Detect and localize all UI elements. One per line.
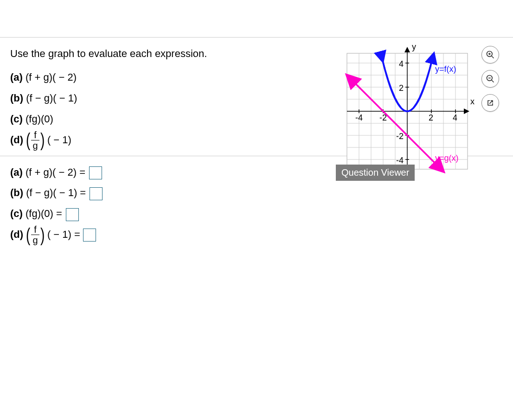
question-viewer-button[interactable]: Question Viewer <box>336 165 415 181</box>
popout-icon <box>486 98 495 108</box>
part-b-expr: (f − g)( − 1) <box>26 92 77 104</box>
answer-a-input[interactable] <box>89 166 102 179</box>
answer-d: (d) ( f g ) ( − 1) = <box>10 225 308 245</box>
answer-a: (a) (f + g)( − 2) = <box>10 163 308 183</box>
part-d-label: (d) <box>10 130 23 150</box>
instruction-text: Use the graph to evaluate each expressio… <box>10 44 336 64</box>
part-d-tail: ( − 1) <box>47 130 71 150</box>
zoom-out-icon <box>486 74 495 83</box>
svg-line-32 <box>492 80 494 83</box>
question-section: Use the graph to evaluate each expressio… <box>0 38 513 156</box>
answer-b-expr: (f − g)( − 1) = <box>26 187 86 198</box>
answer-a-expr: (f + g)( − 2) = <box>26 166 85 178</box>
answer-d-tail: ( − 1) = <box>47 225 80 245</box>
zoom-in-button[interactable] <box>481 46 499 64</box>
part-c-expr: (fg)(0) <box>26 113 53 125</box>
answer-b-input[interactable] <box>90 187 103 200</box>
frac-num: f <box>32 130 38 140</box>
part-d: (d) ( f g ) ( − 1) <box>10 130 336 150</box>
graph-controls <box>481 46 499 112</box>
svg-line-28 <box>492 56 494 58</box>
y-axis-label: y <box>412 44 416 51</box>
popout-button[interactable] <box>481 94 499 112</box>
answer-d-input[interactable] <box>83 229 96 242</box>
part-c-label: (c) <box>10 113 23 125</box>
zoom-in-icon <box>486 50 495 59</box>
ytick-n2: -2 <box>396 132 404 141</box>
ytick-p4: 4 <box>399 59 404 69</box>
part-c: (c) (fg)(0) <box>10 109 336 129</box>
xtick-pos2: 2 <box>429 113 433 122</box>
part-a-expr: (f + g)( − 2) <box>26 71 77 83</box>
xtick-pos4: 4 <box>453 113 457 122</box>
answer-c: (c) (fg)(0) = <box>10 204 308 224</box>
zoom-out-button[interactable] <box>481 70 499 88</box>
answer-b: (b) (f − g)( − 1) = <box>10 183 308 203</box>
graph-svg: -4 -2 2 4 4 2 -2 -4 y x <box>342 44 477 174</box>
answer-section: (a) (f + g)( − 2) = (b) (f − g)( − 1) = … <box>0 156 513 251</box>
part-b: (b) (f − g)( − 1) <box>10 89 336 108</box>
xtick-neg4: -4 <box>355 113 363 122</box>
part-a-label: (a) <box>10 71 23 83</box>
part-b-label: (b) <box>10 92 23 104</box>
ytick-p2: 2 <box>399 83 404 93</box>
fraction-parens: ( f g ) <box>25 130 45 150</box>
answer-c-expr: (fg)(0) = <box>26 208 62 219</box>
answer-c-input[interactable] <box>66 208 79 221</box>
f-label: y=f(x) <box>435 64 456 74</box>
page: Use the graph to evaluate each expressio… <box>0 37 513 250</box>
frac-den: g <box>31 140 39 150</box>
x-axis-label: x <box>470 97 475 106</box>
part-a: (a) (f + g)( − 2) <box>10 68 336 88</box>
